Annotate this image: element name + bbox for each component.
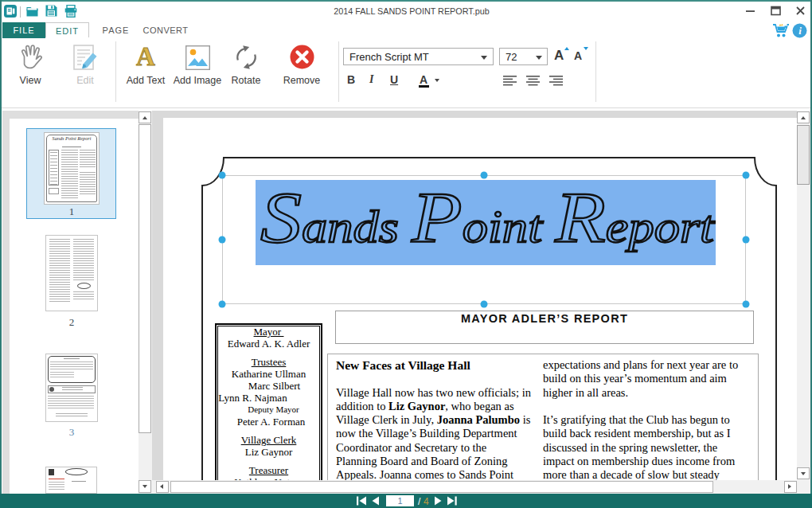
- svg-text:i: i: [798, 25, 802, 37]
- svg-text:/: /: [418, 496, 421, 507]
- svg-text:1: 1: [397, 496, 402, 506]
- svg-text:4: 4: [424, 496, 429, 507]
